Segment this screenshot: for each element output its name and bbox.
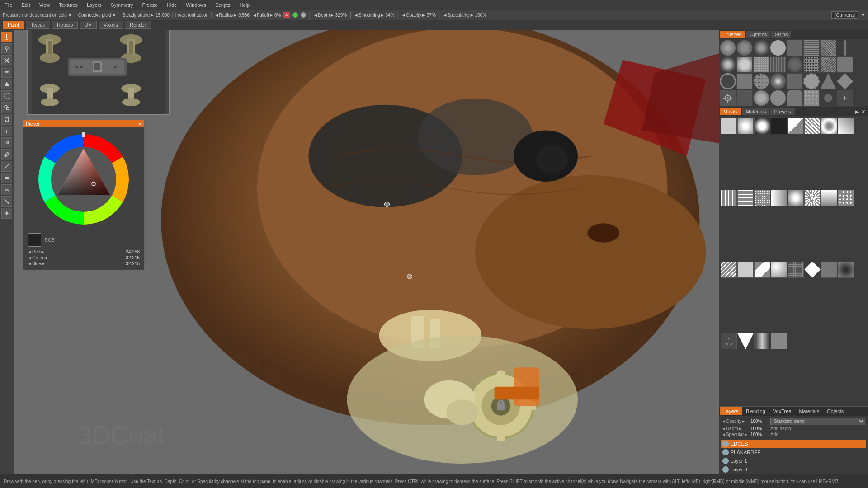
brush-cell[interactable]: [803, 73, 820, 89]
mask-cell[interactable]: [788, 190, 804, 206]
mask-cell[interactable]: [721, 190, 737, 206]
mask-cell[interactable]: [754, 262, 770, 278]
green-label[interactable]: ◄Green►: [28, 255, 46, 260]
tab-render[interactable]: Render: [125, 21, 151, 29]
mask-cell[interactable]: [754, 190, 770, 206]
specular-label[interactable]: ◄Specular►: [722, 432, 749, 437]
depth-control[interactable]: ◄Depth► 329%: [313, 13, 347, 18]
mask-cell[interactable]: [754, 118, 770, 134]
tab-materials[interactable]: Materials: [742, 108, 770, 115]
brush-cell[interactable]: [753, 73, 769, 89]
tool-paint[interactable]: [1, 32, 12, 42]
tool-fill[interactable]: [1, 79, 12, 89]
brush-cell[interactable]: [753, 90, 769, 106]
tab-voxels[interactable]: Voxels: [99, 21, 123, 29]
mask-cell[interactable]: [838, 118, 854, 134]
radius-control[interactable]: ◄Radius► 0.536: [214, 13, 250, 18]
tool-smooth[interactable]: [1, 184, 12, 195]
brush-cell[interactable]: [770, 56, 786, 73]
red-label[interactable]: ◄Red►: [28, 249, 46, 254]
blue-label[interactable]: ◄Blue►: [28, 261, 46, 266]
smoothing-control[interactable]: ◄Smoothing► 64%: [354, 13, 395, 18]
masks-new-btn[interactable]: + NEW: [721, 333, 737, 349]
menu-freeze[interactable]: Freeze: [140, 1, 159, 9]
layer-edges[interactable]: EDGES: [721, 440, 866, 448]
menu-symmetry[interactable]: Symmetry: [109, 1, 135, 9]
mask-cell[interactable]: [771, 262, 787, 278]
masks-nav-right[interactable]: ▶: [855, 109, 859, 115]
menu-layers[interactable]: Layers: [85, 1, 104, 9]
brush-new-btn[interactable]: +: [837, 90, 853, 106]
tool-pen[interactable]: [1, 208, 12, 219]
tool-smear[interactable]: [1, 67, 12, 78]
tab-presets[interactable]: Presets: [770, 108, 794, 115]
menu-scripts[interactable]: Scripts: [213, 1, 232, 9]
tab-brushes[interactable]: Brushes: [720, 31, 745, 38]
opacity-control[interactable]: ◄Opacity► 97%: [401, 13, 436, 18]
x-button[interactable]: ✕: [283, 12, 290, 18]
mask-cell[interactable]: [721, 118, 737, 134]
brush-cell[interactable]: [837, 73, 853, 89]
falloff-control[interactable]: ◄Falloff► 0%: [252, 13, 281, 18]
mask-cell[interactable]: [838, 190, 854, 206]
brush-cell[interactable]: [770, 90, 786, 106]
brush-cell[interactable]: [843, 40, 847, 56]
picker-close-btn[interactable]: ×: [139, 121, 142, 127]
tab-tweak[interactable]: Tweak: [26, 21, 50, 29]
depth-label[interactable]: ◄Depth►: [722, 426, 749, 431]
brush-cell[interactable]: [820, 56, 836, 73]
brush-cell[interactable]: [736, 73, 753, 89]
brush-cell[interactable]: [803, 56, 820, 73]
tool-text[interactable]: T: [1, 126, 12, 136]
tool-erase[interactable]: [1, 55, 12, 66]
layer-planardef[interactable]: PLANARDEF: [721, 448, 866, 456]
tab-objects[interactable]: Objects: [823, 407, 847, 415]
brush-cell[interactable]: [803, 90, 820, 106]
mask-cell[interactable]: [804, 262, 821, 278]
mask-cell[interactable]: [771, 333, 787, 349]
tab-retopo[interactable]: Retopo: [52, 21, 78, 29]
menu-hide[interactable]: Hide: [165, 1, 179, 9]
mask-cell[interactable]: [804, 118, 821, 134]
brush-cell[interactable]: [736, 90, 753, 106]
specularity-control[interactable]: ◄Specularity► 100%: [443, 13, 486, 18]
tab-options[interactable]: Options: [746, 31, 770, 38]
mask-cell[interactable]: [771, 118, 787, 134]
tool-layer-pick[interactable]: [1, 173, 12, 183]
mask-cell[interactable]: [788, 118, 804, 134]
mask-cell[interactable]: [804, 190, 821, 206]
tab-blending[interactable]: Blending: [742, 407, 769, 415]
brush-cell[interactable]: [753, 40, 769, 56]
tab-materials-bottom[interactable]: Materials: [795, 407, 823, 415]
brush-cell[interactable]: [736, 56, 753, 73]
menu-windows[interactable]: Windows: [184, 1, 208, 9]
tab-voxtree[interactable]: VoxTree: [769, 407, 795, 415]
mask-cell[interactable]: [737, 118, 754, 134]
tool-brush[interactable]: [1, 43, 12, 54]
mask-cell[interactable]: [838, 262, 854, 278]
brush-cell[interactable]: [787, 40, 803, 56]
mask-cell[interactable]: [771, 190, 787, 206]
brush-cell[interactable]: [753, 56, 769, 73]
brush-cell[interactable]: [837, 56, 853, 73]
masks-close[interactable]: ✕: [859, 109, 867, 115]
brush-cell[interactable]: [820, 40, 836, 56]
menu-textures[interactable]: Textures: [57, 1, 80, 9]
tool-transform[interactable]: [1, 114, 12, 125]
brush-settings-btn[interactable]: [720, 90, 736, 106]
tab-uv[interactable]: UV: [80, 21, 96, 29]
brush-cell[interactable]: [720, 40, 736, 56]
pressure-dropdown[interactable]: Pressure not dependent on colo ▼: [3, 13, 72, 18]
tool-cut[interactable]: [1, 196, 12, 207]
blend-mode-select[interactable]: Standard blend: [770, 418, 865, 425]
opacity-label[interactable]: ◄Opacity►: [722, 419, 749, 424]
mask-cell[interactable]: [737, 262, 754, 278]
brush-cell[interactable]: [820, 73, 836, 89]
invert-action[interactable]: Invert tool action: [175, 13, 208, 18]
camera-label[interactable]: [Camera]: [831, 11, 858, 19]
mask-cell[interactable]: [821, 190, 837, 206]
tab-paint[interactable]: Paint: [3, 21, 24, 29]
tab-layers[interactable]: Layers: [720, 407, 742, 415]
color-wheel-svg[interactable]: [36, 132, 131, 227]
connective-dropdown[interactable]: Connective picki ▼: [78, 13, 117, 18]
